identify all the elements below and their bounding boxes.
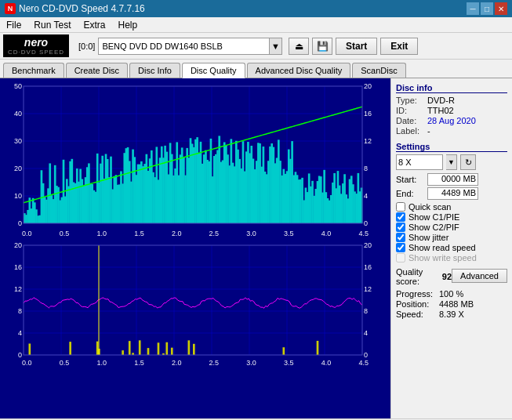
chart1-canvas	[3, 81, 379, 226]
settings-title: Settings	[396, 142, 507, 152]
show-jitter-row: Show jitter	[396, 233, 507, 242]
exit-button[interactable]: Exit	[380, 38, 418, 55]
quick-scan-checkbox[interactable]	[396, 202, 405, 212]
disc-type-value: DVD-R	[427, 96, 455, 105]
tab-scandisc[interactable]: ScanDisc	[352, 63, 405, 78]
main-content: 0.00.51.01.52.02.53.03.54.04.5 0.00.51.0…	[0, 78, 512, 418]
quality-score-value: 92	[442, 272, 452, 281]
position-value: 4488 MB	[439, 299, 474, 309]
minimize-button[interactable]: ─	[467, 2, 479, 15]
show-read-speed-row: Show read speed	[396, 243, 507, 252]
progress-value: 100 %	[439, 289, 463, 299]
show-write-speed-checkbox	[396, 253, 405, 262]
show-c2-row: Show C2/PIF	[396, 223, 507, 232]
menu-help[interactable]: Help	[112, 17, 144, 32]
nero-logo-bottom: CD·DVD SPEED	[8, 49, 64, 56]
speed-combo[interactable]: 8 X	[396, 154, 443, 170]
chart-area: 0.00.51.01.52.02.53.03.54.04.5 0.00.51.0…	[0, 78, 390, 418]
start-button[interactable]: Start	[336, 38, 377, 55]
disc-info-section: Disc info Type: DVD-R ID: TTH02 Date: 28…	[396, 83, 507, 136]
save-button[interactable]: 💾	[312, 38, 332, 55]
chart2-canvas	[3, 241, 379, 358]
show-write-speed-label: Show write speed	[409, 253, 477, 262]
disc-type-label: Type:	[396, 96, 427, 105]
side-panel: Disc info Type: DVD-R ID: TTH02 Date: 28…	[390, 78, 512, 418]
window-controls: ─ □ ✕	[467, 2, 507, 15]
menu-bar: File Run Test Extra Help	[0, 17, 512, 33]
menu-extra[interactable]: Extra	[77, 17, 111, 32]
disc-label-label: Label:	[396, 126, 427, 136]
show-c1-label: Show C1/PIE	[409, 212, 459, 222]
disc-date-row: Date: 28 Aug 2020	[396, 116, 507, 125]
window-title: Nero CD-DVD Speed 4.7.7.16	[19, 3, 145, 14]
drive-combo[interactable]: BENQ DVD DD DW1640 BSLB	[98, 38, 270, 55]
show-c2-checkbox[interactable]	[396, 223, 405, 232]
show-c1-checkbox[interactable]	[396, 212, 405, 222]
start-mb-row: Start: 0000 MB	[396, 173, 507, 186]
tab-benchmark[interactable]: Benchmark	[3, 63, 64, 78]
close-button[interactable]: ✕	[495, 2, 507, 15]
show-jitter-label: Show jitter	[409, 233, 448, 242]
end-mb-input[interactable]: 4489 MB	[427, 187, 478, 200]
speed-label: Speed:	[396, 310, 439, 319]
start-mb-label: Start:	[396, 175, 427, 184]
disc-date-value: 28 Aug 2020	[427, 116, 476, 125]
drive-prefix: [0:0]	[78, 42, 95, 51]
disc-info-title: Disc info	[396, 83, 507, 93]
start-mb-input[interactable]: 0000 MB	[427, 173, 478, 186]
position-label: Position:	[396, 299, 439, 309]
progress-row: Progress: 100 %	[396, 289, 507, 299]
end-mb-row: End: 4489 MB	[396, 187, 507, 200]
drive-select: [0:0] BENQ DVD DD DW1640 BSLB ▼	[78, 38, 282, 55]
progress-label: Progress:	[396, 289, 439, 299]
show-c2-label: Show C2/PIF	[409, 223, 459, 232]
chart1-x-labels: 0.00.51.01.52.02.53.03.54.04.5	[3, 230, 387, 239]
quick-scan-row: Quick scan	[396, 202, 507, 212]
position-row: Position: 4488 MB	[396, 299, 507, 309]
tab-disc-quality[interactable]: Disc Quality	[182, 63, 245, 78]
quick-scan-label: Quick scan	[409, 202, 451, 212]
disc-type-row: Type: DVD-R	[396, 96, 507, 105]
end-mb-label: End:	[396, 189, 427, 198]
speed-row-2: Speed: 8.39 X	[396, 310, 507, 319]
show-jitter-checkbox[interactable]	[396, 233, 405, 242]
progress-section: Progress: 100 % Position: 4488 MB Speed:…	[396, 289, 507, 319]
app-icon: N	[5, 3, 16, 14]
speed-value: 8.39 X	[439, 310, 464, 319]
eject-button[interactable]: ⏏	[289, 38, 309, 55]
maximize-button[interactable]: □	[481, 2, 493, 15]
settings-section: Settings 8 X ▼ ↻ Start: 0000 MB End: 448…	[396, 142, 507, 262]
disc-id-label: ID:	[396, 106, 427, 115]
toolbar: nero CD·DVD SPEED [0:0] BENQ DVD DD DW16…	[0, 33, 512, 60]
quality-score-row: Quality score: 92	[396, 267, 452, 286]
drive-combo-arrow[interactable]: ▼	[270, 38, 282, 55]
tab-advanced-disc-quality[interactable]: Advanced Disc Quality	[247, 63, 351, 78]
title-bar: N Nero CD-DVD Speed 4.7.7.16 ─ □ ✕	[0, 0, 512, 17]
chart2-x-labels: 0.00.51.01.52.02.53.03.54.04.5	[3, 359, 387, 367]
show-c1-row: Show C1/PIE	[396, 212, 507, 222]
nero-logo: nero CD·DVD SPEED	[3, 34, 69, 57]
disc-date-label: Date:	[396, 116, 427, 125]
tab-create-disc[interactable]: Create Disc	[66, 63, 128, 78]
quality-score-label: Quality score:	[396, 267, 442, 286]
refresh-button[interactable]: ↻	[460, 154, 476, 170]
speed-combo-arrow[interactable]: ▼	[446, 154, 457, 170]
disc-id-row: ID: TTH02	[396, 106, 507, 115]
disc-label-row: Label: -	[396, 126, 507, 136]
show-write-speed-row: Show write speed	[396, 253, 507, 262]
disc-id-value: TTH02	[427, 106, 454, 115]
menu-file[interactable]: File	[0, 17, 27, 32]
disc-label-value: -	[427, 126, 430, 136]
show-read-speed-checkbox[interactable]	[396, 243, 405, 252]
advanced-button[interactable]: Advanced	[452, 269, 507, 283]
speed-row: 8 X ▼ ↻	[396, 154, 507, 170]
tab-disc-info[interactable]: Disc Info	[129, 63, 180, 78]
show-read-speed-label: Show read speed	[409, 243, 476, 252]
tab-bar: Benchmark Create Disc Disc Info Disc Qua…	[0, 60, 512, 78]
menu-run-test[interactable]: Run Test	[27, 17, 77, 32]
nero-logo-top: nero	[24, 36, 48, 49]
